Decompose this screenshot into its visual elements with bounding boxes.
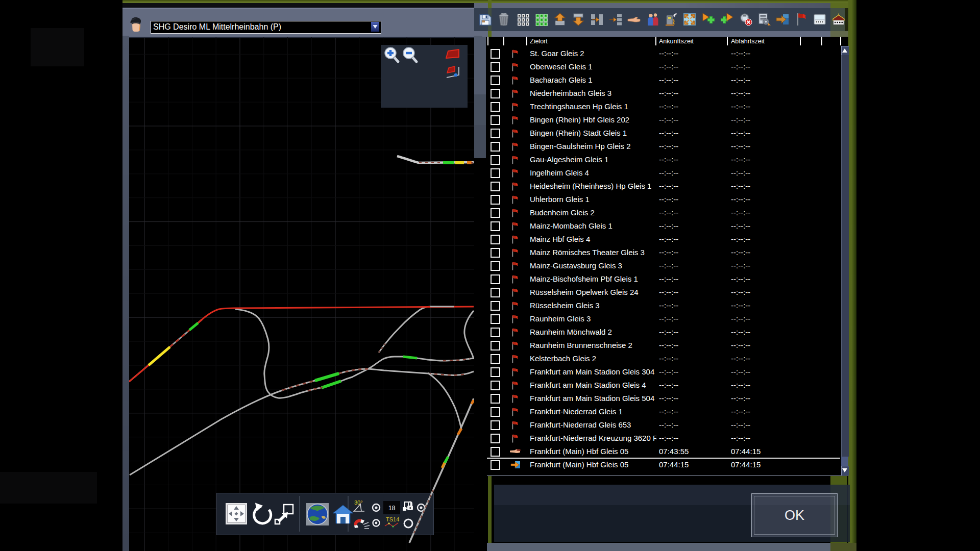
- svg-text:30°: 30°: [354, 499, 363, 506]
- svg-text:18: 18: [388, 505, 396, 512]
- svg-text:TS14: TS14: [386, 516, 399, 522]
